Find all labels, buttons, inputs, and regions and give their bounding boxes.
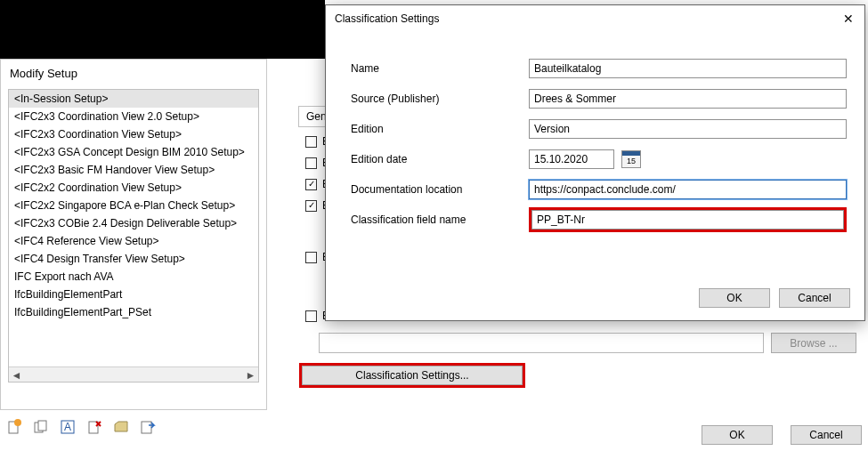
source-field[interactable] <box>529 89 847 109</box>
checkbox[interactable] <box>305 157 317 169</box>
name-field[interactable] <box>529 59 847 78</box>
classification-settings-button[interactable]: Classification Settings... <box>302 366 523 385</box>
setup-item[interactable]: <IFC2x3 GSA Concept Design BIM 2010 Setu… <box>9 143 258 161</box>
classification-settings-dialog: Classification Settings ✕ Name Source (P… <box>325 4 865 321</box>
documentation-location-field[interactable] <box>529 180 847 199</box>
horizontal-scrollbar[interactable]: ◄ ► <box>9 366 258 382</box>
setup-item[interactable]: <IFC2x3 Coordination View Setup> <box>9 125 258 143</box>
setup-item[interactable]: <IFC2x2 Singapore BCA e-Plan Check Setup… <box>9 197 258 214</box>
checkbox[interactable] <box>305 179 317 190</box>
scroll-left-icon[interactable]: ◄ <box>9 367 24 383</box>
svg-point-1 <box>14 419 21 426</box>
svg-rect-6 <box>89 422 98 433</box>
main-cancel-button[interactable]: Cancel <box>791 425 862 445</box>
calendar-day: 15 <box>627 157 636 165</box>
new-setup-icon[interactable] <box>5 418 23 436</box>
svg-text:A: A <box>64 421 71 433</box>
dialog-titlebar[interactable]: Classification Settings ✕ <box>326 5 864 32</box>
checkbox[interactable] <box>305 136 317 148</box>
setup-item[interactable]: IFC Export nach AVA <box>9 268 258 286</box>
checkbox[interactable] <box>305 310 317 322</box>
modify-setup-panel: Modify Setup <In-Session Setup> <IFC2x3 … <box>0 59 267 410</box>
classification-settings-highlight: Classification Settings... <box>299 363 525 388</box>
calendar-icon[interactable]: 15 <box>621 150 641 168</box>
label-edition-date: Edition date <box>351 153 529 165</box>
setup-item[interactable]: <IFC4 Reference View Setup> <box>9 232 258 250</box>
edition-date-field[interactable] <box>529 149 614 169</box>
setup-item[interactable]: <In-Session Setup> <box>9 90 258 108</box>
import-setup-icon[interactable] <box>112 418 130 436</box>
close-icon[interactable]: ✕ <box>838 9 859 28</box>
edition-field[interactable] <box>529 119 847 139</box>
setup-item[interactable]: IfcBuildingElementPart_PSet <box>9 303 258 321</box>
scroll-track[interactable] <box>24 367 243 382</box>
rename-setup-icon[interactable]: A <box>59 418 77 436</box>
browse-button[interactable]: Browse ... <box>771 333 856 353</box>
dialog-ok-button[interactable]: OK <box>699 288 770 308</box>
delete-setup-icon[interactable] <box>85 418 103 436</box>
modify-setup-title: Modify Setup <box>1 60 266 89</box>
classification-field-name-highlight <box>529 207 847 232</box>
dialog-cancel-button[interactable]: Cancel <box>779 288 850 308</box>
label-name: Name <box>351 62 529 75</box>
setup-item[interactable]: <IFC2x3 Basic FM Handover View Setup> <box>9 161 258 179</box>
svg-rect-3 <box>38 421 46 431</box>
dialog-title: Classification Settings <box>335 12 439 25</box>
label-doc-location: Documentation location <box>351 183 529 196</box>
classification-file-input[interactable] <box>319 333 764 353</box>
setup-item[interactable]: IfcBuildingElementPart <box>9 286 258 303</box>
duplicate-setup-icon[interactable] <box>32 418 50 436</box>
setup-item[interactable]: <IFC2x2 Coordination View Setup> <box>9 179 258 197</box>
scroll-right-icon[interactable]: ► <box>243 367 258 383</box>
setup-list[interactable]: <In-Session Setup> <IFC2x3 Coordination … <box>8 89 259 383</box>
app-dark-strip <box>0 0 325 59</box>
label-edition: Edition <box>351 123 529 135</box>
label-field-name: Classification field name <box>351 213 529 226</box>
checkbox[interactable] <box>305 200 317 212</box>
main-ok-button[interactable]: OK <box>702 425 773 445</box>
setup-item[interactable]: <IFC2x3 COBie 2.4 Design Deliverable Set… <box>9 214 258 232</box>
setup-item[interactable]: <IFC2x3 Coordination View 2.0 Setup> <box>9 108 258 125</box>
classification-field-name-field[interactable] <box>531 210 844 230</box>
svg-rect-9 <box>142 422 151 433</box>
export-setup-icon[interactable] <box>139 418 157 436</box>
setup-toolbar: A <box>5 418 157 436</box>
setup-item[interactable]: <IFC4 Design Transfer View Setup> <box>9 250 258 268</box>
checkbox[interactable] <box>305 252 317 263</box>
label-source: Source (Publisher) <box>351 93 529 105</box>
